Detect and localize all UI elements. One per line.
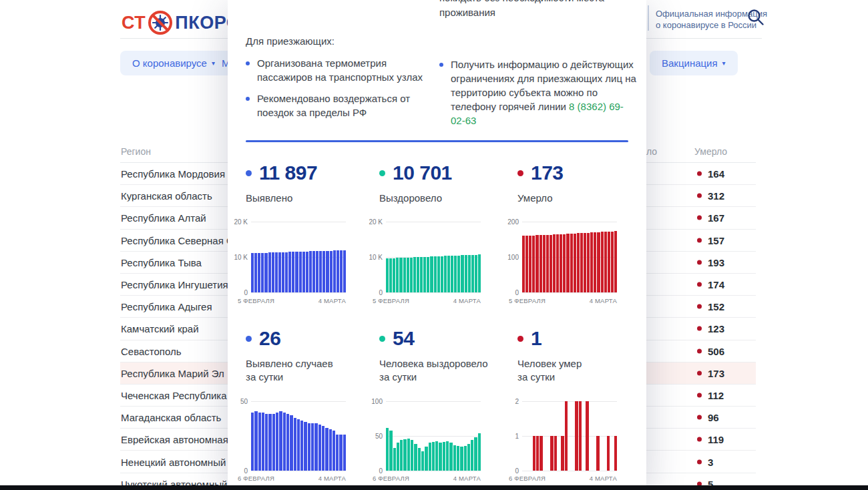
- bar: [478, 254, 481, 292]
- x-axis-end-label: 4 МАРТА: [318, 475, 346, 482]
- deaths-value: 152: [708, 301, 724, 312]
- arrivals-bullets-left: Организована термометрия пассажиров на т…: [246, 56, 425, 127]
- bar: [607, 436, 610, 471]
- chart-plot-area[interactable]: [522, 222, 617, 292]
- region-name: Курганская область: [121, 190, 228, 202]
- bar: [254, 253, 257, 292]
- y-tick-label: 50: [375, 433, 383, 440]
- bar: [586, 401, 588, 471]
- bar: [580, 233, 583, 292]
- death-dot-icon: [697, 260, 702, 264]
- bar: [596, 436, 599, 471]
- chart-plot-area[interactable]: [522, 401, 617, 471]
- bars-group: [251, 222, 346, 292]
- bar: [432, 442, 435, 471]
- deaths-cell: 506: [697, 345, 724, 356]
- deaths-value: 193: [708, 256, 724, 268]
- bar: [478, 433, 481, 471]
- deaths-cell: 164: [697, 168, 724, 180]
- bar: [278, 252, 281, 292]
- hotline-phone-link[interactable]: 8 (8362) 69-02-63: [451, 101, 624, 126]
- stat-value: 54: [393, 327, 414, 350]
- deaths-value: 312: [708, 190, 724, 202]
- deaths-value: 164: [708, 168, 724, 180]
- nav-about-label: О коронавирусе: [132, 57, 207, 69]
- bar: [330, 251, 333, 292]
- bar: [403, 439, 406, 471]
- bar: [457, 256, 460, 292]
- deaths-cell: 152: [697, 301, 724, 312]
- region-name: Еврейская автономная об: [121, 434, 228, 445]
- death-dot-icon: [697, 194, 702, 198]
- bullet-item: Организована термометрия пассажиров на т…: [246, 56, 425, 84]
- region-name: Республика Алтай: [121, 212, 228, 224]
- x-axis-start-label: 6 ФЕВРАЛЯ: [238, 475, 274, 482]
- deaths-cell: 112: [697, 389, 724, 401]
- deaths-cell: 157: [697, 234, 724, 246]
- bar: [467, 444, 470, 471]
- chart-plot-area[interactable]: [386, 401, 481, 471]
- region-name: Республика Тыва: [121, 256, 228, 268]
- search-icon: [746, 8, 765, 27]
- chart-plot-area[interactable]: [251, 222, 346, 292]
- y-tick-label: 10 K: [369, 254, 383, 261]
- bar: [418, 448, 421, 471]
- y-tick-label: 0: [515, 467, 519, 475]
- section-divider-blue: [246, 140, 628, 142]
- stat-label: Выявлено случаев за сутки: [246, 357, 376, 384]
- y-tick-label: 20 K: [234, 218, 248, 226]
- death-dot-icon: [697, 459, 702, 464]
- nav-about-coronavirus[interactable]: О коронавирусе ▾: [120, 51, 227, 75]
- bar: [322, 426, 324, 471]
- chart-plot-area[interactable]: [386, 222, 481, 292]
- column-header-region: Регион: [121, 146, 151, 157]
- page: СТ ПКОРОНАВИ Официальная информация о ко…: [0, 0, 868, 490]
- bar: [407, 258, 409, 292]
- bar: [550, 436, 553, 471]
- bar: [339, 435, 342, 471]
- deaths-cell: 3: [697, 456, 713, 467]
- bar: [276, 413, 278, 471]
- gridline: [522, 471, 617, 471]
- y-tick-label: 0: [379, 467, 383, 475]
- bar: [265, 414, 268, 471]
- bar: [430, 256, 433, 292]
- bars-group: [251, 401, 346, 471]
- bar: [340, 250, 343, 292]
- stat-dot-icon: [379, 336, 385, 342]
- bar: [535, 235, 538, 292]
- x-axis-labels: 6 ФЕВРАЛЯ4 МАРТА: [509, 475, 617, 482]
- bar: [575, 401, 578, 471]
- gridline: [386, 471, 481, 471]
- bar: [337, 250, 339, 292]
- bar: [604, 232, 607, 292]
- stat-value: 173: [531, 162, 564, 184]
- bar: [268, 414, 271, 471]
- column-header-deaths: Умерло: [694, 146, 727, 157]
- bar: [333, 250, 336, 292]
- deaths-cell: 119: [697, 434, 724, 445]
- stat-label: Человек умер за сутки: [517, 357, 648, 384]
- search-button[interactable]: [746, 8, 765, 27]
- bar: [533, 436, 535, 471]
- bar: [434, 256, 437, 292]
- bar: [304, 422, 306, 471]
- x-axis-labels: 6 ФЕВРАЛЯ4 МАРТА: [238, 475, 346, 482]
- deaths-value: 3: [708, 456, 713, 467]
- bar: [300, 421, 303, 471]
- bullet-text: Организована термометрия пассажиров на т…: [257, 56, 425, 84]
- chart-plot-area[interactable]: [251, 401, 346, 471]
- bar: [251, 413, 254, 471]
- bar: [318, 425, 321, 471]
- bar: [393, 448, 396, 471]
- bar: [471, 255, 474, 292]
- bar: [556, 234, 559, 292]
- bar: [306, 252, 308, 292]
- y-tick-label: 20 K: [369, 218, 383, 226]
- bar: [579, 401, 582, 471]
- bar: [322, 251, 325, 292]
- bar: [421, 451, 424, 471]
- nav-vaccination[interactable]: Вакцинация ▾: [650, 51, 738, 75]
- bar: [457, 446, 459, 471]
- bar: [285, 252, 288, 292]
